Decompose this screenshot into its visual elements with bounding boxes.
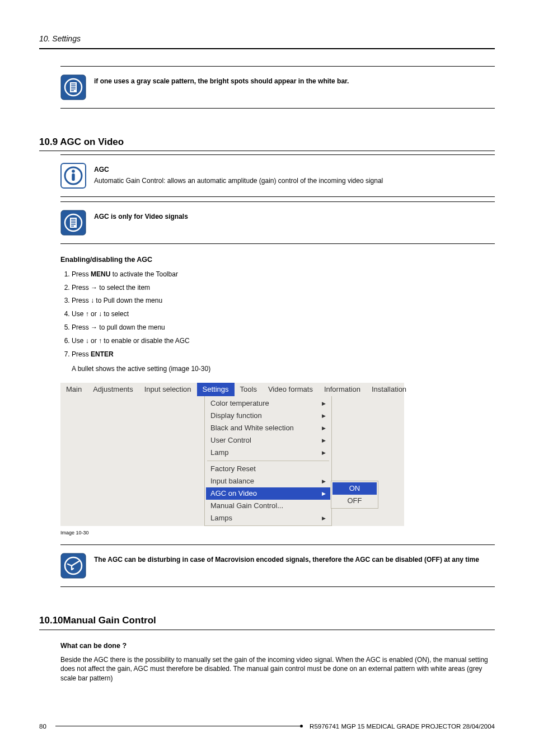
manual-gain-paragraph: Beside the AGC there is the possibility …	[60, 655, 495, 683]
agc-definition-callout: AGC Automatic Gain Control: allows an au…	[60, 161, 495, 191]
menubar-item-settings[interactable]: Settings	[197, 383, 235, 396]
agc-video-only-text: AGC is only for Video signals	[94, 210, 495, 222]
menu-item-black-and-white-selection[interactable]: Black and White selection▶	[206, 422, 330, 434]
settings-dropdown: Color temperature▶Display function▶Black…	[204, 396, 332, 526]
footer-rule	[55, 726, 302, 726]
running-header: 10. Settings	[39, 34, 495, 45]
callout-rule-bottom	[60, 196, 495, 197]
menubar-item-installation[interactable]: Installation	[366, 383, 412, 396]
menu-item-manual-gain-control[interactable]: Manual Gain Control...	[206, 500, 330, 512]
menu-item-label: Black and White selection	[210, 423, 294, 433]
submenu-arrow-icon: ▶	[322, 449, 326, 457]
menubar-item-information[interactable]: Information	[318, 383, 366, 396]
step-item: Press → to select the item	[72, 283, 495, 293]
menu-item-lamps[interactable]: Lamps▶	[206, 512, 330, 524]
svg-rect-5	[72, 173, 74, 181]
what-can-be-done-heading: What can be done ?	[60, 641, 495, 651]
menu-item-label: Color temperature	[210, 398, 269, 408]
menu-item-agc-on-video[interactable]: AGC on Video▶	[206, 487, 330, 500]
menu-item-label: Manual Gain Control...	[210, 501, 283, 511]
callout-rule-top	[60, 66, 495, 67]
header-rule	[39, 48, 495, 49]
callout-rule-top	[60, 154, 495, 155]
submenu-arrow-icon: ▶	[322, 490, 326, 497]
menu-separator	[207, 461, 329, 461]
menu-item-input-balance[interactable]: Input balance▶	[206, 475, 330, 487]
menu-item-factory-reset[interactable]: Factory Reset	[206, 463, 330, 475]
menu-item-label: Lamp	[210, 448, 229, 458]
agc-definition: Automatic Gain Control: allows an automa…	[94, 176, 495, 186]
section-rule	[39, 630, 495, 630]
step-item: Press → to pull down the menu	[72, 323, 495, 332]
menubar-item-main[interactable]: Main	[60, 383, 87, 396]
callout-rule-top	[60, 544, 495, 545]
result-line: A bullet shows the active setting (image…	[72, 364, 495, 374]
menu-item-user-control[interactable]: User Control▶	[206, 434, 330, 447]
note-icon	[60, 74, 86, 100]
section-10-9-heading: 10.9 AGC on Video	[39, 135, 495, 149]
submenu-item-on[interactable]: ON	[332, 482, 377, 495]
menu-item-label: User Control	[210, 435, 251, 445]
image-caption: Image 10-30	[60, 529, 495, 537]
callout-rule-top	[60, 201, 495, 202]
agc-term: AGC	[94, 165, 495, 175]
step-item: Press ENTER	[72, 350, 495, 359]
steps-list: Press MENU to activate the ToolbarPress …	[60, 270, 495, 359]
section-rule	[39, 151, 495, 151]
menu-item-label: Factory Reset	[210, 464, 256, 474]
footer-doc-id: R5976741 MGP 15 MEDICAL GRADE PROJECTOR …	[310, 722, 495, 731]
step-item: Press ↓ to Pull down the menu	[72, 296, 495, 306]
menu-item-label: Display function	[210, 411, 262, 421]
menu-item-label: Input balance	[210, 476, 254, 486]
menubar-item-input-selection[interactable]: Input selection	[139, 383, 197, 396]
submenu-arrow-icon: ▶	[322, 478, 326, 485]
enabling-disabling-heading: Enabling/disabling the AGC	[60, 255, 495, 265]
menubar: MainAdjustmentsInput selectionSettingsTo…	[60, 383, 404, 396]
info-icon	[60, 163, 86, 189]
menubar-item-tools[interactable]: Tools	[235, 383, 263, 396]
submenu-arrow-icon: ▶	[322, 400, 326, 407]
menu-screenshot: MainAdjustmentsInput selectionSettingsTo…	[60, 383, 404, 526]
menu-item-label: AGC on Video	[210, 489, 257, 499]
submenu-arrow-icon: ▶	[322, 425, 326, 432]
callout-rule-bottom	[60, 243, 495, 244]
submenu-arrow-icon: ▶	[322, 412, 326, 420]
note-callout-grayscale: if one uses a gray scale pattern, the br…	[60, 72, 495, 102]
step-item: Use ↑ or ↓ to select	[72, 309, 495, 319]
submenu-arrow-icon: ▶	[322, 437, 326, 444]
svg-point-4	[72, 170, 75, 173]
section-10-10-heading: 10.10Manual Gain Control	[39, 614, 495, 627]
note-icon	[60, 210, 86, 236]
submenu-item-off[interactable]: OFF	[332, 495, 377, 507]
menu-item-color-temperature[interactable]: Color temperature▶	[206, 397, 330, 410]
menu-item-lamp[interactable]: Lamp▶	[206, 447, 330, 459]
agc-submenu: ONOFF	[331, 481, 378, 509]
menubar-item-adjustments[interactable]: Adjustments	[87, 383, 139, 396]
page-number: 80	[39, 722, 46, 731]
menu-item-label: Lamps	[210, 513, 232, 523]
submenu-arrow-icon: ▶	[322, 515, 326, 522]
menubar-item-video-formats[interactable]: Video formats	[263, 383, 318, 396]
agc-tip-text: The AGC can be disturbing in case of Mac…	[94, 553, 495, 565]
note-text: if one uses a gray scale pattern, the br…	[94, 74, 495, 86]
callout-rule-bottom	[60, 108, 495, 109]
step-item: Press MENU to activate the Toolbar	[72, 270, 495, 279]
callout-rule-bottom	[60, 586, 495, 587]
agc-tip-callout: The AGC can be disturbing in case of Mac…	[60, 551, 495, 581]
tip-icon	[60, 553, 86, 579]
agc-video-only-callout: AGC is only for Video signals	[60, 208, 495, 238]
step-item: Use ↓ or ↑ to enable or disable the AGC	[72, 336, 495, 346]
page-footer: 80 R5976741 MGP 15 MEDICAL GRADE PROJECT…	[39, 722, 495, 731]
menu-item-display-function[interactable]: Display function▶	[206, 410, 330, 422]
